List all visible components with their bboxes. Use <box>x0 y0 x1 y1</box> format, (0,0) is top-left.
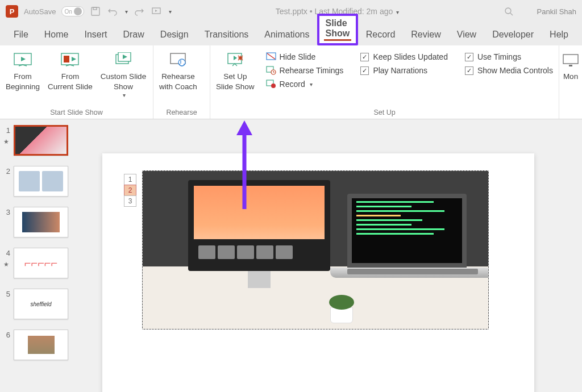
slide-image-placeholder[interactable] <box>142 170 489 330</box>
ribbon: From Beginning From Current Slide Custom… <box>0 45 582 119</box>
menu-home[interactable]: Home <box>36 25 77 45</box>
menu-animations[interactable]: Animations <box>256 25 317 45</box>
slide-thumb-4[interactable]: 4★ ⌐⌐⌐⌐⌐ <box>3 248 82 278</box>
active-underline <box>324 39 351 41</box>
anim-marker-2[interactable]: 2 <box>124 185 136 196</box>
menu-draw[interactable]: Draw <box>115 25 152 45</box>
svg-rect-18 <box>563 55 578 64</box>
checkbox-icon: ✓ <box>465 66 473 75</box>
autosave-toggle[interactable]: On <box>61 6 84 16</box>
toggle-knob <box>74 7 82 15</box>
hide-slide-button[interactable]: Hide Slide <box>266 50 344 64</box>
thumbnail <box>14 125 68 156</box>
menu-help[interactable]: Help <box>542 25 576 45</box>
hide-slide-icon <box>266 52 276 62</box>
menu-developer[interactable]: Developer <box>484 25 542 45</box>
qat-dropdown[interactable]: ▾ <box>169 9 172 15</box>
custom-show-icon <box>113 51 134 69</box>
menu-insert[interactable]: Insert <box>76 25 115 45</box>
monitor-button[interactable]: Mon <box>565 49 576 82</box>
menu-file[interactable]: File <box>6 25 36 45</box>
slide-canvas-area: 1 2 3 <box>85 119 582 392</box>
slide-canvas[interactable]: 1 2 3 <box>102 153 534 392</box>
rehearse-coach-button[interactable]: Rehearse with Coach <box>159 49 197 91</box>
checkbox-icon: ✓ <box>360 66 369 75</box>
group-label-rehearse: Rehearse <box>159 106 204 118</box>
custom-show-button[interactable]: Custom Slide Show ▾ <box>101 49 146 99</box>
slide-thumb-5[interactable]: 5 sheffield <box>3 289 82 319</box>
coach-icon <box>168 51 188 69</box>
animation-markers: 1 2 3 <box>124 174 138 206</box>
timings-icon <box>266 65 276 76</box>
autosave-label: AutoSave <box>24 7 56 16</box>
from-beginning-button[interactable]: From Beginning <box>6 49 40 91</box>
monitor-icon <box>560 51 581 69</box>
undo-icon[interactable] <box>107 6 118 17</box>
slide-thumb-3[interactable]: 3 <box>3 207 82 237</box>
use-timings-checkbox[interactable]: ✓ Use Timings <box>465 50 553 64</box>
rehearse-timings-button[interactable]: Rehearse Timings <box>266 64 344 77</box>
redo-icon[interactable] <box>134 6 145 17</box>
svg-rect-19 <box>569 65 572 66</box>
present-icon[interactable] <box>151 6 162 17</box>
thumbnail <box>14 207 68 237</box>
record-button[interactable]: Record ▾ <box>266 77 344 91</box>
svg-rect-6 <box>64 56 69 62</box>
chevron-down-icon: ▾ <box>310 81 313 87</box>
menu-view[interactable]: View <box>449 25 484 45</box>
show-media-checkbox[interactable]: ✓ Show Media Controls <box>465 64 553 77</box>
play-icon <box>13 51 33 69</box>
chevron-down-icon: ▾ <box>123 91 126 99</box>
checkbox-icon: ✓ <box>465 53 473 61</box>
svg-point-3 <box>505 8 511 14</box>
search-icon[interactable] <box>503 6 514 17</box>
menu-bar: File Home Insert Draw Design Transitions… <box>0 23 582 45</box>
menu-transitions[interactable]: Transitions <box>197 25 257 45</box>
workspace: 1★ 2 3 4★ ⌐⌐⌐⌐⌐ 5 sheffield 6 <box>0 119 582 392</box>
svg-point-17 <box>271 84 276 88</box>
menu-design[interactable]: Design <box>152 25 197 45</box>
annotation-arrow <box>233 119 256 209</box>
checkbox-icon: ✓ <box>360 53 369 61</box>
undo-dropdown[interactable]: ▾ <box>125 9 128 15</box>
slide-thumb-6[interactable]: 6 <box>3 330 82 360</box>
play-narrations-checkbox[interactable]: ✓ Play Narrations <box>360 64 448 77</box>
save-icon[interactable] <box>90 6 101 17</box>
record-icon <box>266 79 276 89</box>
group-label-setup: Set Up <box>216 106 553 118</box>
slide-thumb-1[interactable]: 1★ <box>3 125 82 156</box>
anim-marker-1[interactable]: 1 <box>124 174 136 185</box>
menu-record[interactable]: Record <box>358 25 404 45</box>
play-current-icon <box>60 51 80 69</box>
thumbnail <box>14 330 68 360</box>
thumbnail: ⌐⌐⌐⌐⌐ <box>14 248 68 278</box>
menu-review[interactable]: Review <box>403 25 448 45</box>
user-name[interactable]: Pankil Shah <box>537 7 576 16</box>
svg-line-13 <box>267 53 275 59</box>
app-icon: P <box>6 5 18 18</box>
thumbnail: sheffield <box>14 289 68 319</box>
setup-icon <box>225 51 246 69</box>
anim-marker-3[interactable]: 3 <box>124 195 136 207</box>
thumbnail <box>14 166 68 197</box>
slide-thumb-2[interactable]: 2 <box>3 166 82 197</box>
from-current-button[interactable]: From Current Slide <box>48 49 93 91</box>
setup-slideshow-button[interactable]: Set Up Slide Show <box>216 49 255 91</box>
svg-rect-1 <box>93 7 97 10</box>
svg-rect-0 <box>92 7 99 15</box>
title-bar: P AutoSave On ▾ ▾ Test.pptx • Last Modif… <box>0 0 582 23</box>
group-label-start: Start Slide Show <box>6 106 147 118</box>
keep-slides-updated-checkbox[interactable]: ✓ Keep Slides Updated <box>360 50 448 64</box>
thumbnail-panel: 1★ 2 3 4★ ⌐⌐⌐⌐⌐ 5 sheffield 6 <box>0 119 85 392</box>
svg-point-10 <box>178 59 185 66</box>
menu-slideshow[interactable]: Slide Show <box>317 14 357 45</box>
